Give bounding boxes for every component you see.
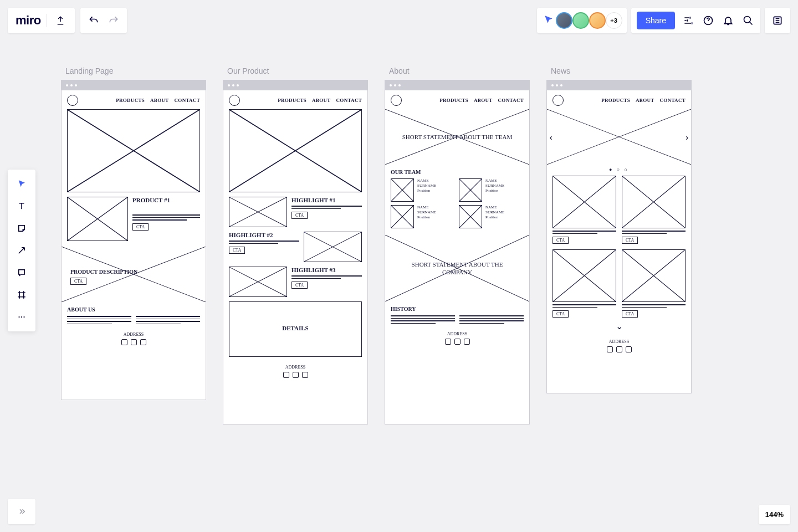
canvas[interactable]: Landing Page PRODUCTSABOUTCONTACT PRODUC… [61, 66, 754, 424]
comment-tool[interactable] [8, 262, 35, 284]
notifications-icon[interactable] [722, 14, 735, 27]
frame-titlebar [385, 80, 529, 90]
avatar[interactable] [556, 12, 572, 29]
text-tool[interactable] [8, 195, 35, 217]
frame-tool[interactable] [8, 284, 35, 306]
panel-toggle-button[interactable] [765, 8, 790, 33]
frame-titlebar [223, 80, 367, 90]
svg-point-4 [21, 316, 22, 318]
frame-titlebar [62, 80, 206, 90]
svg-point-1 [744, 17, 751, 23]
sticky-note-tool[interactable] [8, 217, 35, 239]
avatar[interactable] [572, 12, 589, 29]
share-button[interactable]: Share [637, 12, 675, 29]
select-tool[interactable] [8, 173, 35, 195]
frame-label[interactable]: News [546, 66, 692, 75]
expand-toolbar-button[interactable] [8, 499, 35, 524]
arrow-tool[interactable] [8, 239, 35, 262]
redo-icon[interactable] [108, 15, 119, 26]
frame-titlebar [547, 80, 691, 90]
settings-icon[interactable] [682, 14, 695, 27]
export-icon[interactable] [54, 14, 67, 27]
undo-icon[interactable] [88, 15, 99, 26]
frame-product[interactable]: PRODUCTSABOUTCONTACT HIGHLIGHT #1 CTA HI… [223, 80, 368, 424]
share-box: Share [631, 8, 760, 33]
divider [47, 14, 47, 27]
app-logo[interactable]: miro [16, 13, 41, 28]
frame-news[interactable]: PRODUCTSABOUTCONTACT ‹ › ● ○ ○ CTA [546, 80, 692, 393]
zoom-level[interactable]: 144% [759, 505, 790, 524]
left-toolbar [8, 170, 35, 331]
frame-about[interactable]: PRODUCTSABOUTCONTACT SHORT STATEMENT ABO… [385, 80, 530, 424]
frame-landing[interactable]: PRODUCTSABOUTCONTACT PRODUCT #1 CTA PROD… [61, 80, 206, 400]
help-icon[interactable] [702, 14, 715, 27]
search-icon[interactable] [741, 14, 755, 27]
cursor-follow-icon[interactable] [544, 14, 554, 27]
svg-point-5 [23, 316, 24, 318]
avatar-more-count[interactable]: +3 [606, 12, 622, 29]
more-tools[interactable] [8, 306, 35, 328]
avatar[interactable] [589, 12, 606, 29]
frame-label[interactable]: Landing Page [61, 66, 206, 75]
logo-box: miro [8, 8, 75, 33]
frame-label[interactable]: Our Product [223, 66, 368, 75]
collaborators-box: +3 [537, 8, 627, 33]
undo-redo-box [80, 8, 127, 33]
frame-label[interactable]: About [385, 66, 530, 75]
svg-point-3 [18, 316, 19, 318]
